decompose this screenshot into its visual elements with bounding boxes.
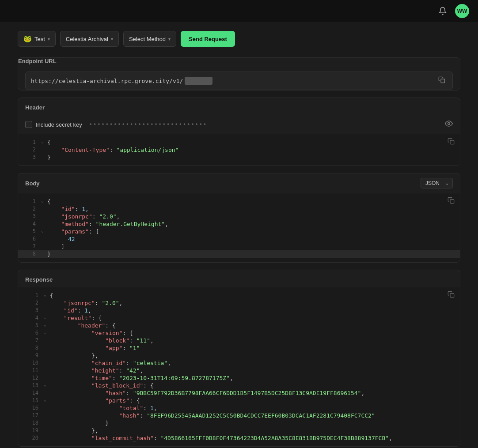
method-placeholder: Select Method <box>129 36 166 42</box>
body-line-3: 3 "jsonrpc": "2.0", <box>18 213 460 220</box>
body-line-2: 2 "id": 1, <box>18 205 460 213</box>
body-header-row: Body JSON Text XML <box>18 173 460 193</box>
response-line-3: 3 "id": 1, <box>18 307 460 314</box>
response-line-4: 4 ⌄ "result": { <box>18 314 460 322</box>
response-line-15: 15 ⌄ "parts": { <box>18 397 460 404</box>
secret-key-dots: ••••••••••••••••••••••••••••• <box>86 121 441 128</box>
send-request-button[interactable]: Send Request <box>181 31 235 47</box>
network-label: Celestia Archival <box>66 36 108 42</box>
response-line-10: 10 "chain_id": "celestia", <box>18 359 460 367</box>
url-prefix: https://celestia-archival.rpc.grove.city… <box>31 78 183 84</box>
response-line-1: 1 ⌄ { <box>18 292 460 299</box>
response-line-18: 18 } <box>18 419 460 427</box>
response-section: Response 1 ⌄ { 2 "jsonrpc": "2.0", 3 <box>18 270 460 447</box>
body-line-6: 6 42 <box>18 235 460 243</box>
topbar: WW <box>0 0 478 22</box>
response-line-11: 11 "height": "42", <box>18 367 460 374</box>
body-code-block: 1 ⌄ { 2 "id": 1, 3 "jsonrpc": "2.0", 4 "… <box>18 193 460 262</box>
main-content: 🐸 Test ▾ Celestia Archival ▾ Select Meth… <box>0 22 478 448</box>
header-line-3: 3 } <box>18 154 460 161</box>
body-line-4: 4 "method": "header.GetByHeight", <box>18 220 460 228</box>
response-line-6: 6 ⌄ "version": { <box>18 329 460 337</box>
env-label: Test <box>34 36 45 42</box>
response-line-17: 17 "hash": "8FEF96D25545AAAD1252C5C50BD4… <box>18 412 460 419</box>
body-line-5: 5 ⌄ "params": [ <box>18 228 460 235</box>
body-line-1: 1 ⌄ { <box>18 198 460 205</box>
response-line-16: 16 "total": 1, <box>18 404 460 412</box>
secret-key-checkbox[interactable] <box>25 121 32 128</box>
response-line-9: 9 }, <box>18 352 460 359</box>
secret-key-label: Include secret key <box>36 121 82 128</box>
avatar[interactable]: WW <box>455 4 469 18</box>
env-chevron-icon: ▾ <box>48 37 50 41</box>
response-line-2: 2 "jsonrpc": "2.0", <box>18 299 460 307</box>
network-dropdown[interactable]: Celestia Archival ▾ <box>60 31 119 47</box>
body-line-8: 8 } <box>18 250 460 258</box>
header-line-1: 1 ⌄ { <box>18 139 460 146</box>
svg-rect-0 <box>441 79 445 83</box>
body-format-select[interactable]: JSON Text XML <box>421 178 453 188</box>
response-line-20: 20 "last_commit_hash": "4D5866165FFF0B8F… <box>18 434 460 442</box>
response-line-7: 7 "block": "11", <box>18 337 460 344</box>
network-chevron-icon: ▾ <box>111 37 113 41</box>
response-line-12: 12 "time": "2023-10-31T14:09:59.87278717… <box>18 374 460 382</box>
response-line-8: 8 "app": "1" <box>18 344 460 352</box>
header-title: Header <box>18 98 460 115</box>
response-line-13: 13 ⌄ "last_block_id": { <box>18 382 460 389</box>
response-line-5: 5 ⌄ "header": { <box>18 322 460 329</box>
body-section: Body JSON Text XML 1 ⌄ { <box>18 173 460 263</box>
copy-url-button[interactable] <box>436 75 447 86</box>
endpoint-section: Endpoint URL https://celestia-archival.r… <box>18 57 460 90</box>
notification-icon-btn[interactable] <box>436 4 450 18</box>
endpoint-url-row: https://celestia-archival.rpc.grove.city… <box>25 72 453 90</box>
body-line-7: 7 ] <box>18 243 460 250</box>
response-code-block[interactable]: 1 ⌄ { 2 "jsonrpc": "2.0", 3 "id": 1, 4 ⌄… <box>18 287 460 446</box>
url-masked: ■■■■■■■ <box>185 77 212 85</box>
method-dropdown[interactable]: Select Method ▾ <box>123 31 176 47</box>
method-chevron-icon: ▾ <box>168 37 171 41</box>
svg-point-1 <box>448 123 450 125</box>
header-code-block: 1 ⌄ { 2 "Content-Type": "application/jso… <box>18 134 460 166</box>
header-section: Header Include secret key ••••••••••••••… <box>18 98 460 166</box>
env-dropdown[interactable]: 🐸 Test ▾ <box>18 31 56 47</box>
endpoint-title: Endpoint URL <box>18 58 460 72</box>
response-line-14: 14 "hash": "9BBC59F792D36B7798FAA66CF6DD… <box>18 389 460 397</box>
format-select-wrapper: JSON Text XML <box>421 178 453 188</box>
toggle-secret-button[interactable] <box>445 120 453 129</box>
toolbar: 🐸 Test ▾ Celestia Archival ▾ Select Meth… <box>18 31 460 47</box>
response-title: Response <box>18 270 460 287</box>
response-line-19: 19 }, <box>18 427 460 434</box>
body-title: Body <box>25 180 40 187</box>
endpoint-url-display: https://celestia-archival.rpc.grove.city… <box>31 77 436 85</box>
header-line-2: 2 "Content-Type": "application/json" <box>18 146 460 154</box>
secret-key-row: Include secret key •••••••••••••••••••••… <box>18 115 460 134</box>
